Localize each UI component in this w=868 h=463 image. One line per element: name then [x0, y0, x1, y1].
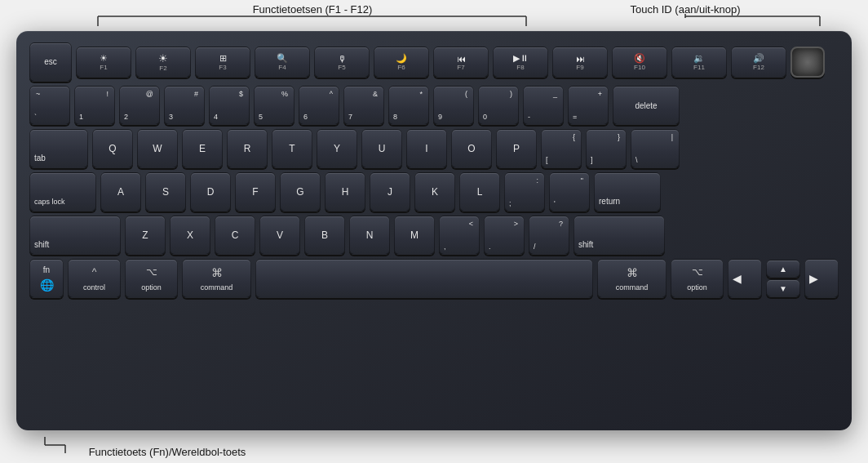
key-f6[interactable]: 🌙 F6: [374, 47, 429, 78]
key-f9[interactable]: ⏭ F9: [552, 47, 608, 78]
key-delete[interactable]: delete: [613, 86, 680, 125]
key-9[interactable]: ( 9: [433, 86, 474, 125]
key-e[interactable]: E: [182, 129, 223, 168]
key-f5[interactable]: 🎙 F5: [314, 47, 370, 78]
key-j[interactable]: J: [370, 172, 410, 211]
key-2[interactable]: @ 2: [119, 86, 160, 125]
key-f2[interactable]: ☀ F2: [135, 47, 191, 78]
option-label-right: option: [687, 283, 707, 292]
key-i[interactable]: I: [406, 129, 447, 168]
f3-icon: ⊞: [219, 53, 227, 64]
key-period[interactable]: > .: [484, 216, 525, 255]
key-h[interactable]: H: [325, 172, 365, 211]
key-f10[interactable]: 🔇 F10: [612, 47, 667, 78]
command-label-left: command: [201, 283, 233, 292]
key-option-left[interactable]: ⌥ option: [125, 259, 178, 298]
key-z[interactable]: Z: [125, 216, 166, 255]
key-command-left[interactable]: ⌘ command: [182, 259, 251, 298]
key-a[interactable]: A: [100, 172, 141, 211]
key-arrow-down[interactable]: ▼: [766, 279, 800, 297]
key-caps-lock[interactable]: caps lock: [29, 172, 96, 211]
key-fn-globe[interactable]: fn 🌐: [29, 259, 64, 298]
key-backtick[interactable]: ~ `: [29, 86, 70, 125]
key-f11[interactable]: 🔉 F11: [671, 47, 727, 78]
key-quote[interactable]: " ': [549, 172, 590, 211]
f10-icon: 🔇: [634, 53, 645, 64]
key-q[interactable]: Q: [92, 129, 133, 168]
control-symbol: ^: [92, 266, 97, 278]
key-m[interactable]: M: [394, 216, 435, 255]
key-f[interactable]: F: [235, 172, 276, 211]
key-w[interactable]: W: [137, 129, 178, 168]
key-f4[interactable]: 🔍 F4: [255, 47, 310, 78]
fn-keys-label: Functietoetsen (F1 - F12): [253, 3, 373, 16]
arrow-down-icon: ▼: [779, 284, 787, 293]
key-option-right[interactable]: ⌥ option: [671, 259, 724, 298]
key-control[interactable]: ^ control: [68, 259, 121, 298]
key-p[interactable]: P: [496, 129, 537, 168]
key-r[interactable]: R: [227, 129, 268, 168]
key-bracket-left[interactable]: { [: [541, 129, 582, 168]
key-f3[interactable]: ⊞ F3: [195, 47, 250, 78]
key-y[interactable]: Y: [317, 129, 357, 168]
key-command-right[interactable]: ⌘ command: [597, 259, 666, 298]
key-3[interactable]: # 3: [164, 86, 205, 125]
key-equals[interactable]: + =: [568, 86, 609, 125]
f11-icon: 🔉: [693, 53, 705, 64]
touch-id-label: Touch ID (aan/uit-knop): [630, 3, 740, 16]
key-n[interactable]: N: [349, 216, 390, 255]
key-bracket-right[interactable]: } ]: [586, 129, 627, 168]
arrow-right-icon: ▶: [809, 272, 818, 285]
key-arrow-up[interactable]: ▲: [766, 260, 800, 278]
key-8[interactable]: * 8: [388, 86, 429, 125]
command-label-right: command: [616, 283, 649, 292]
key-k[interactable]: K: [414, 172, 455, 211]
key-c[interactable]: C: [215, 216, 255, 255]
key-4[interactable]: $ 4: [209, 86, 250, 125]
key-esc[interactable]: esc: [29, 42, 72, 82]
f6-icon: 🌙: [396, 53, 407, 64]
key-5[interactable]: % 5: [254, 86, 294, 125]
key-t[interactable]: T: [272, 129, 312, 168]
key-space[interactable]: [255, 259, 593, 298]
number-row: ~ ` ! 1 @ 2 # 3 $: [29, 86, 839, 125]
option-symbol-right: ⌥: [692, 266, 703, 278]
zxcv-row: shift Z X C V B N M < , > . ? /: [29, 216, 839, 255]
key-o[interactable]: O: [451, 129, 492, 168]
key-v[interactable]: V: [259, 216, 300, 255]
touch-id-button[interactable]: [790, 47, 825, 78]
key-shift-right[interactable]: shift: [574, 216, 665, 255]
key-arrow-left[interactable]: ◀: [728, 259, 762, 298]
key-f12[interactable]: 🔊 F12: [731, 47, 786, 78]
key-minus[interactable]: _ -: [523, 86, 564, 125]
key-tab[interactable]: tab: [29, 129, 88, 168]
key-semicolon[interactable]: : ;: [504, 172, 545, 211]
key-7[interactable]: & 7: [343, 86, 384, 125]
keyboard: esc ☀ F1 ☀ F2 ⊞ F3 🔍 F: [16, 31, 852, 430]
key-1[interactable]: ! 1: [74, 86, 115, 125]
key-6[interactable]: ^ 6: [299, 86, 339, 125]
key-l[interactable]: L: [459, 172, 500, 211]
key-f1[interactable]: ☀ F1: [76, 47, 131, 78]
key-arrow-right[interactable]: ▶: [804, 259, 839, 298]
key-return[interactable]: return: [594, 172, 661, 211]
key-b[interactable]: B: [304, 216, 345, 255]
control-label: control: [83, 283, 105, 292]
key-0[interactable]: ) 0: [478, 86, 519, 125]
option-symbol-left: ⌥: [146, 266, 157, 278]
key-d[interactable]: D: [190, 172, 231, 211]
qwerty-row: tab Q W E R T Y U I O P { [ } ] |: [29, 129, 839, 168]
f8-icon: ▶⏸: [513, 53, 529, 64]
key-backslash[interactable]: | \: [631, 129, 680, 168]
key-u[interactable]: U: [361, 129, 402, 168]
key-slash[interactable]: ? /: [529, 216, 569, 255]
key-f8[interactable]: ▶⏸ F8: [493, 47, 548, 78]
key-comma[interactable]: < ,: [439, 216, 480, 255]
modifier-row: fn 🌐 ^ control ⌥ option ⌘ command: [29, 259, 839, 298]
key-s[interactable]: S: [145, 172, 186, 211]
key-x[interactable]: X: [170, 216, 210, 255]
key-g[interactable]: G: [280, 172, 321, 211]
key-shift-left[interactable]: shift: [29, 216, 121, 255]
arrow-left-icon: ◀: [733, 272, 742, 285]
key-f7[interactable]: ⏮ F7: [433, 47, 489, 78]
